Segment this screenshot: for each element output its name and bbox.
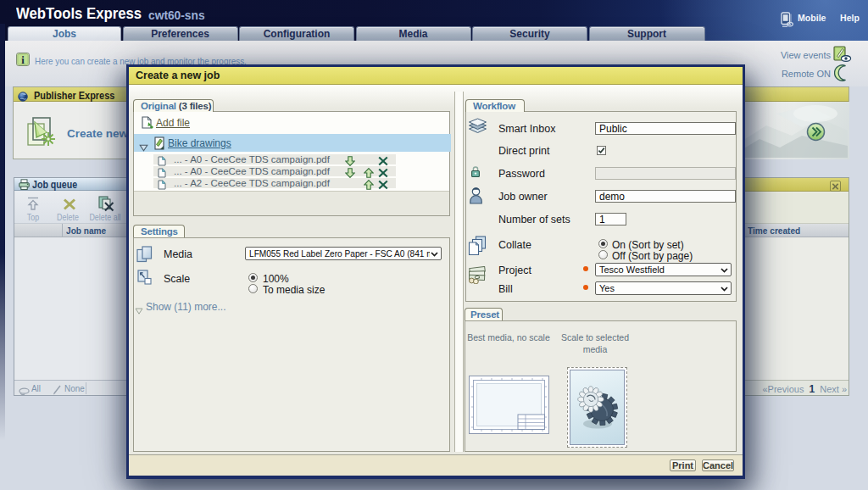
tab-original-label: Original (141, 101, 176, 111)
accounting-money-icon (467, 266, 487, 287)
column-separator (62, 224, 63, 237)
pane-splitter[interactable] (454, 92, 464, 452)
media-icon (136, 246, 153, 266)
pagination-previous[interactable]: «Previous (762, 384, 804, 394)
add-file-icon[interactable] (142, 116, 153, 134)
preset-box: Best media, no scale Scale to selected m… (465, 320, 737, 452)
pdf-file-icon (158, 178, 166, 193)
direct-print-label: Direct print (498, 145, 549, 157)
publisher-preview-image (743, 102, 849, 159)
tab-configuration[interactable]: Configuration (239, 26, 354, 41)
tab-original[interactable]: Original (3 files) (133, 99, 214, 112)
file-list-area: Add file Bike drawings (134, 112, 449, 192)
remote-on-icon[interactable] (834, 64, 849, 85)
collapse-triangle-icon[interactable] (139, 140, 148, 155)
media-select[interactable]: LFM055 Red Label Zero Paper - FSC A0 (84… (245, 247, 442, 260)
tab-support[interactable]: Support (589, 26, 705, 41)
close-panel-button[interactable] (830, 181, 841, 192)
preset-best-media-thumbnail[interactable] (469, 376, 549, 434)
collate-icon (468, 236, 487, 259)
remove-file-icon[interactable] (378, 178, 388, 193)
password-input[interactable] (595, 167, 736, 180)
tab-jobs[interactable]: Jobs (8, 26, 121, 41)
bill-select[interactable]: Yes (595, 281, 732, 295)
show-more-triangle-icon[interactable] (135, 303, 143, 318)
view-events-link[interactable]: View events (781, 50, 831, 60)
remote-status-label[interactable]: Remote ON (782, 69, 831, 79)
preset-scale-label-line2[interactable]: media (554, 344, 636, 354)
job-name-column[interactable]: Job name (66, 226, 106, 236)
help-link[interactable]: Help (840, 13, 860, 23)
screen: WebTools Express cwt60-sns Mobile Help J… (0, 0, 868, 490)
svg-text:i: i (21, 54, 25, 66)
password-label: Password (498, 168, 545, 180)
cancel-button[interactable]: Cancel (702, 459, 734, 471)
job-owner-label: Job owner (498, 191, 548, 203)
tab-workflow[interactable]: Workflow (465, 99, 525, 112)
host-name: cwt60-sns (148, 8, 205, 22)
direct-print-checkbox[interactable] (597, 146, 606, 155)
delete-label[interactable]: Delete (51, 212, 86, 222)
settings-box: Media LFM055 Red Label Zero Paper - FSC … (133, 237, 450, 452)
create-new-job-icon[interactable] (26, 116, 57, 151)
file-row[interactable]: ... - A2 - CeeCee TDS campaign.pdf (153, 178, 396, 188)
file-count: (3 files) (179, 101, 211, 111)
move-up-icon[interactable] (364, 178, 374, 193)
view-events-icon[interactable] (833, 46, 852, 66)
media-value: LFM055 Red Label Zero Paper - FSC A0 (84… (249, 248, 434, 260)
collate-off-label[interactable]: Off (Sort by page) (612, 250, 693, 262)
file-name: ... - A0 - CeeCee TDS campaign.pdf (174, 154, 330, 164)
tab-preset[interactable]: Preset (465, 308, 503, 320)
time-created-column[interactable]: Time created (748, 226, 800, 236)
file-group-row[interactable]: Bike drawings (134, 134, 451, 152)
bill-required-icon (583, 285, 588, 290)
project-required-icon (583, 266, 588, 271)
preset-scale-thumbnail-selected[interactable] (567, 367, 627, 448)
collate-off-radio[interactable] (598, 250, 608, 259)
select-all-link[interactable]: All (31, 383, 41, 393)
preset-best-media-label[interactable]: Best media, no scale (467, 332, 550, 342)
number-of-sets-input[interactable]: 1 (595, 213, 626, 226)
job-owner-input[interactable]: demo (595, 190, 736, 203)
preset-scale-label-line1[interactable]: Scale to selected (554, 332, 636, 342)
print-button[interactable]: Print (670, 459, 696, 471)
app-title: WebTools Express (16, 4, 142, 23)
footer-separator (86, 382, 86, 394)
file-row[interactable]: ... - A0 - CeeCee TDS campaign.pdf (153, 154, 396, 164)
scale-100-radio[interactable] (248, 273, 258, 282)
move-top-label[interactable]: Top (21, 212, 44, 222)
file-group-link[interactable]: Bike drawings (168, 137, 231, 149)
select-chevron-icon (721, 287, 728, 292)
smart-inbox-icon (468, 118, 487, 137)
project-value: Tesco Westfield (599, 264, 665, 275)
job-queue-title: Job queue (32, 179, 77, 191)
add-file-link[interactable]: Add file (156, 117, 190, 129)
collate-on-radio[interactable] (598, 239, 608, 248)
select-all-icon[interactable] (18, 385, 31, 400)
project-select[interactable]: Tesco Westfield (595, 263, 732, 276)
number-of-sets-value: 1 (599, 214, 605, 226)
info-icon: i (16, 53, 30, 70)
tab-security[interactable]: Security (472, 26, 587, 41)
scale-fit-radio[interactable] (248, 284, 258, 293)
tab-settings[interactable]: Settings (133, 225, 185, 237)
collate-label: Collate (498, 239, 531, 251)
scale-fit-label[interactable]: To media size (263, 284, 325, 296)
file-row[interactable]: ... - A0 - CeeCee TDS campaign.pdf (153, 166, 396, 176)
dialog-body: Original (3 files) Add file (129, 85, 743, 454)
dialog-footer: Print Cancel (129, 454, 743, 476)
pagination-page[interactable]: 1 (806, 383, 817, 395)
select-none-icon[interactable] (52, 383, 63, 398)
mobile-icon[interactable] (781, 12, 793, 31)
file-name: ... - A2 - CeeCee TDS campaign.pdf (174, 178, 330, 188)
smart-inbox-input[interactable]: Public (595, 122, 736, 135)
tab-preferences[interactable]: Preferences (123, 26, 238, 41)
delete-all-label[interactable]: Delete all (84, 212, 127, 222)
publisher-next-icon[interactable] (806, 122, 826, 145)
show-more-link[interactable]: Show (11) more... (146, 301, 225, 313)
mobile-link[interactable]: Mobile (798, 13, 826, 23)
dialog-title: Create a new job (129, 67, 743, 85)
tab-media[interactable]: Media (356, 26, 471, 41)
pagination-next[interactable]: Next » (820, 384, 847, 394)
select-none-link[interactable]: None (64, 383, 85, 393)
